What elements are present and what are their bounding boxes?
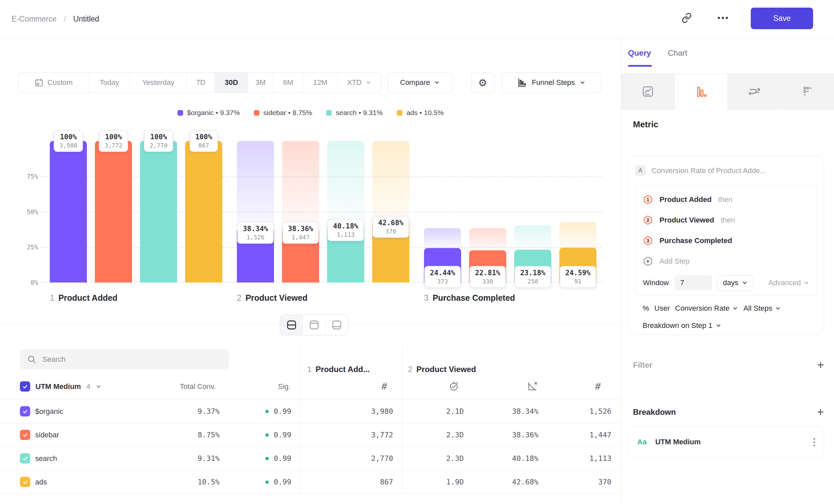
legend-label: $organic • 9.37% <box>187 109 240 117</box>
add-step-button[interactable]: Add Step <box>643 255 809 267</box>
y-tick-label: 50% <box>27 208 38 215</box>
bar-search-step2[interactable]: 40.18%1,113 <box>327 141 364 282</box>
layout-panel-bottom-button[interactable] <box>326 315 348 335</box>
bar-ads-step3[interactable]: 24.59%91 <box>559 141 596 282</box>
bar-ads-step2[interactable]: 42.68%370 <box>372 141 409 282</box>
legend-item-search[interactable]: search • 9.31% <box>326 109 383 117</box>
bar-sidebar-step3[interactable]: 22.81%330 <box>469 141 506 282</box>
filter-section-header: Filter + <box>633 360 824 370</box>
add-breakdown-icon[interactable]: + <box>817 407 824 417</box>
column-sig[interactable]: Sig. <box>278 382 291 391</box>
funnel-step-group-2: 38.34%1,52638.36%1,44740.18%1,11342.68%3… <box>237 141 409 282</box>
y-tick-label: 0% <box>30 279 38 286</box>
query-step-3[interactable]: 3Purchase Completed <box>643 235 809 247</box>
conv-rate-icon[interactable] <box>527 381 538 392</box>
copy-link-button[interactable] <box>679 10 694 25</box>
query-step-1[interactable]: 1Product Addedthen <box>643 193 809 206</box>
step-event-name: Product Viewed <box>659 216 714 225</box>
save-button[interactable]: Save <box>751 8 813 29</box>
metric-heading: Metric <box>633 119 659 130</box>
steps-scope-dropdown[interactable]: All Steps <box>743 304 781 313</box>
more-actions-button[interactable] <box>714 10 732 25</box>
tab-chart[interactable]: Chart <box>668 48 687 58</box>
search-input[interactable] <box>42 355 215 364</box>
column-total-conv[interactable]: Total Conv. <box>180 382 216 391</box>
charttype-tab-flows[interactable] <box>728 74 781 109</box>
tab-query[interactable]: Query <box>628 48 651 58</box>
bar-sidebar-step2[interactable]: 38.36%1,447 <box>282 141 319 282</box>
breakdown-item[interactable]: Aa UTM Medium <box>628 427 824 458</box>
bar-pct: 100% <box>105 133 123 141</box>
window-value-input[interactable] <box>675 275 712 291</box>
bar-organic-step1[interactable]: 100%3,980 <box>50 141 87 282</box>
legend-swatch <box>326 110 332 116</box>
date-range-6m[interactable]: 6M <box>273 73 303 92</box>
date-range-7d[interactable]: 7D <box>187 73 215 92</box>
charttype-tab-retention[interactable] <box>781 74 834 109</box>
kebab-menu-icon[interactable] <box>813 438 815 446</box>
calendar-icon <box>35 78 43 87</box>
layout-panel-top-button[interactable] <box>303 315 325 335</box>
date-range-custom[interactable]: Custom <box>19 73 89 92</box>
date-range-30d[interactable]: 30D <box>215 73 248 92</box>
row-border <box>0 494 621 494</box>
add-filter-icon[interactable]: + <box>817 360 824 370</box>
metric-row[interactable]: A Conversion Rate of Product Adde... <box>635 165 766 176</box>
legend-swatch <box>254 110 259 116</box>
bar-sidebar-step1[interactable]: 100%3,772 <box>95 141 132 282</box>
query-panel: Query Chart Metric A Conversion Rate of … <box>621 39 834 504</box>
row-checkbox-sidebar[interactable] <box>20 430 30 440</box>
chart-legend: $organic • 9.37%sidebar • 8.75%search • … <box>0 109 621 117</box>
chart-type-dropdown[interactable]: Funnel Steps <box>502 72 601 93</box>
row-checkbox-ads[interactable] <box>20 477 30 487</box>
avg-time-icon[interactable] <box>448 381 459 391</box>
step-cell-value: 3,772 <box>371 431 393 439</box>
dropoff-ghost-bar <box>282 141 319 228</box>
table-groupby-header[interactable]: UTM Medium 4 <box>20 381 102 392</box>
count-icon[interactable]: # <box>594 381 601 392</box>
total-conv-value: 9.31% <box>198 454 220 462</box>
bar-organic-step3[interactable]: 24.44%373 <box>424 141 461 282</box>
bar-pct: 22.81% <box>475 269 500 277</box>
charttype-tab-insights[interactable] <box>621 74 675 109</box>
bar-pct: 100% <box>59 133 77 141</box>
legend-item-ads[interactable]: ads • 10.5% <box>397 109 443 117</box>
step-number: 3 <box>424 293 429 303</box>
layout-split-rows-button[interactable] <box>280 315 303 335</box>
conversion-window-row: Window days Advanced <box>643 275 809 291</box>
advanced-dropdown[interactable]: Advanced <box>768 278 809 287</box>
bar-search-step1[interactable]: 100%2,770 <box>140 141 177 282</box>
date-range-3m[interactable]: 3M <box>248 73 273 92</box>
row-checkbox-organic[interactable] <box>20 406 30 416</box>
date-range-xtd[interactable]: XTD <box>338 73 381 92</box>
compare-button[interactable]: Compare <box>388 72 453 93</box>
date-range-yesterday[interactable]: Yesterday <box>130 73 187 92</box>
count-icon[interactable]: # <box>381 381 388 392</box>
dropoff-ghost-bar <box>237 141 274 228</box>
date-range-12m[interactable]: 12M <box>303 73 338 92</box>
breakdown-on-dropdown[interactable]: Breakdown on Step 1 <box>642 321 722 330</box>
legend-swatch <box>397 110 402 116</box>
dropoff-ghost-bar <box>559 222 596 248</box>
row-checkbox-search[interactable] <box>20 453 30 463</box>
metric-type-dropdown[interactable]: Conversion Rate <box>675 304 738 313</box>
y-tick-label: 75% <box>27 173 38 180</box>
bar-ads-step1[interactable]: 100%867 <box>185 141 222 282</box>
query-step-2[interactable]: 2Product Viewedthen <box>643 214 809 226</box>
row-border <box>0 423 621 423</box>
window-unit-dropdown[interactable]: days <box>717 275 753 291</box>
legend-item-organic[interactable]: $organic • 9.37% <box>177 109 240 117</box>
report-title[interactable]: Untitled <box>73 15 99 24</box>
sig-value: 0.99 <box>274 478 291 486</box>
date-range-today[interactable]: Today <box>89 73 130 92</box>
breadcrumb-workspace[interactable]: E-Commerce <box>12 15 57 24</box>
chart-settings-button[interactable]: ⚙ <box>471 72 494 93</box>
step-cell-value: 867 <box>380 478 393 486</box>
bar-organic-step2[interactable]: 38.34%1,526 <box>237 141 274 282</box>
select-all-checkbox[interactable] <box>20 381 30 392</box>
legend-item-sidebar[interactable]: sidebar • 8.75% <box>254 109 312 117</box>
row-name: sidebar <box>35 431 59 439</box>
entity-label[interactable]: User <box>655 304 670 313</box>
bar-search-step3[interactable]: 23.18%258 <box>514 141 551 282</box>
charttype-tab-funnel[interactable] <box>675 74 728 109</box>
